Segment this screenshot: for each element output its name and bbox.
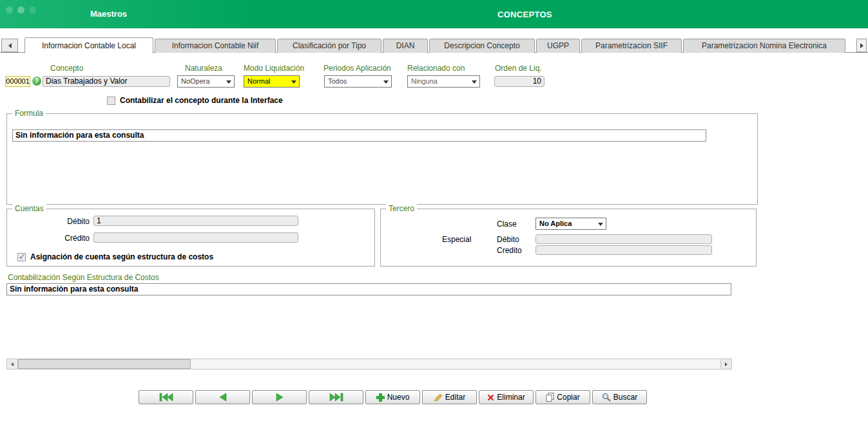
eliminar-button[interactable]: Eliminar bbox=[479, 390, 534, 404]
editar-button-label: Editar bbox=[445, 393, 465, 402]
tab-bar: Informacion Contable Local Informacion C… bbox=[24, 37, 847, 53]
tab-ugpp[interactable]: UGPP bbox=[536, 39, 580, 53]
last-record-button[interactable] bbox=[309, 390, 363, 404]
menu-section-label: Maestros bbox=[90, 9, 127, 19]
tab-parametrizacion-siif[interactable]: Parametrizacion SIIF bbox=[581, 39, 682, 53]
asignacion-estructura-costos-checkbox[interactable] bbox=[17, 253, 26, 261]
previous-record-icon bbox=[218, 393, 228, 402]
relacionado-con-select[interactable]: Ninguna bbox=[407, 75, 480, 88]
tab-descripcion-concepto[interactable]: Descripcion Concepto bbox=[429, 39, 535, 53]
editar-button[interactable]: Editar bbox=[422, 390, 477, 404]
tercero-clase-label: Clase bbox=[497, 220, 517, 229]
relacionado-con-value: Ninguna bbox=[411, 77, 438, 85]
buscar-button-label: Buscar bbox=[613, 393, 637, 402]
page-title: CONCEPTOS bbox=[497, 10, 552, 19]
cuentas-groupbox: Cuentas Débito 1 Crédito Asignación de c… bbox=[6, 209, 375, 267]
contabilizacion-title: Contabilización Según Estructura de Cost… bbox=[8, 273, 159, 282]
chevron-down-icon bbox=[383, 80, 389, 84]
chevron-right-icon bbox=[860, 43, 863, 48]
copiar-button[interactable]: Copiar bbox=[535, 390, 590, 404]
first-record-icon bbox=[159, 393, 174, 402]
formula-groupbox-title: Formula bbox=[12, 109, 46, 118]
periodos-aplicacion-label: Periodos Aplicación bbox=[323, 64, 391, 73]
copiar-button-label: Copiar bbox=[557, 393, 579, 402]
scrollbar-right-button[interactable] bbox=[720, 359, 731, 369]
search-icon bbox=[602, 393, 611, 402]
orden-liq-input[interactable]: 10 bbox=[494, 76, 545, 87]
chevron-down-icon bbox=[291, 80, 296, 84]
record-toolbar: Nuevo Editar Eliminar Copiar bbox=[139, 390, 647, 404]
chevron-down-icon bbox=[226, 80, 231, 84]
concepto-name-input[interactable]: Dias Trabajados y Valor bbox=[43, 76, 170, 87]
buscar-button[interactable]: Buscar bbox=[592, 390, 647, 404]
contabilizacion-field[interactable]: Sin información para esta consulta bbox=[6, 283, 731, 295]
help-icon[interactable] bbox=[32, 77, 41, 86]
last-record-icon bbox=[329, 393, 344, 402]
pencil-icon bbox=[434, 393, 443, 402]
app-window: Maestros CONCEPTOS Informacion Contable … bbox=[0, 0, 868, 421]
chevron-left-icon bbox=[8, 43, 12, 48]
first-record-button[interactable] bbox=[139, 390, 193, 404]
contabilizar-checkbox[interactable] bbox=[107, 97, 115, 105]
tab-dian[interactable]: DIAN bbox=[383, 39, 428, 53]
periodos-aplicacion-value: Todos bbox=[328, 77, 347, 85]
tercero-clase-value: No Aplica bbox=[539, 220, 572, 227]
modo-liquidacion-select[interactable]: Normal bbox=[244, 75, 300, 88]
window-dot-icon bbox=[6, 6, 13, 14]
tab-informacion-contable-niif[interactable]: Informacion Contable Niif bbox=[155, 39, 276, 53]
naturaleza-label: Naturaleza bbox=[185, 64, 222, 73]
chevron-down-icon bbox=[472, 80, 477, 84]
tab-parametrizacion-nomina-electronica[interactable]: Parametrizacion Nomina Electronica bbox=[683, 39, 845, 53]
chevron-down-icon bbox=[598, 223, 603, 226]
cuentas-debito-label: Débito bbox=[44, 217, 90, 226]
relacionado-con-label: Relacionado con bbox=[407, 64, 465, 73]
asignacion-estructura-costos-label: Asignación de cuenta según estructura de… bbox=[30, 252, 213, 261]
chevron-right-icon bbox=[725, 362, 728, 366]
cuentas-groupbox-title: Cuentas bbox=[12, 204, 46, 213]
periodos-aplicacion-select[interactable]: Todos bbox=[324, 75, 392, 88]
tercero-credito-input[interactable] bbox=[535, 245, 712, 255]
plus-icon bbox=[376, 393, 385, 402]
cuentas-debito-input[interactable]: 1 bbox=[93, 216, 298, 226]
formula-field[interactable]: Sin información para esta consulta bbox=[12, 129, 706, 142]
contabilizar-checkbox-label: Contabilizar el concepto durante la Inte… bbox=[120, 96, 283, 105]
naturaleza-select[interactable]: NoOpera bbox=[177, 75, 235, 88]
header-bar: Maestros CONCEPTOS bbox=[0, 0, 868, 28]
tab-scroll-left-button[interactable] bbox=[1, 39, 18, 52]
tab-scroll-right-button[interactable] bbox=[856, 39, 867, 52]
scrollbar-thumb[interactable] bbox=[18, 359, 191, 369]
tercero-groupbox-title: Tercero bbox=[386, 204, 417, 213]
tercero-especial-label: Especial bbox=[442, 235, 471, 244]
modo-liquidacion-label: Modo Liquidación bbox=[244, 64, 304, 73]
previous-record-button[interactable] bbox=[195, 390, 250, 404]
naturaleza-value: NoOpera bbox=[181, 77, 210, 85]
modo-liquidacion-value: Normal bbox=[247, 77, 270, 85]
eliminar-button-label: Eliminar bbox=[497, 393, 525, 402]
tercero-debito-label: Débito bbox=[497, 235, 519, 244]
nuevo-button-label: Nuevo bbox=[387, 393, 410, 402]
delete-x-icon bbox=[487, 394, 494, 401]
concepto-label: Concepto bbox=[50, 64, 83, 73]
copy-icon bbox=[546, 393, 554, 402]
tercero-clase-select[interactable]: No Aplica bbox=[535, 218, 606, 230]
window-dot-icon bbox=[29, 6, 36, 14]
chevron-left-icon bbox=[11, 362, 14, 366]
orden-liq-label: Orden de Liq. bbox=[495, 64, 542, 73]
nuevo-button[interactable]: Nuevo bbox=[365, 390, 420, 404]
window-dot-icon bbox=[17, 6, 24, 14]
formula-groupbox: Formula Sin información para esta consul… bbox=[6, 113, 758, 205]
concepto-code-field[interactable]: 000001 bbox=[5, 76, 30, 87]
tercero-groupbox: Tercero Clase No Aplica Especial Débito … bbox=[380, 209, 757, 267]
cuentas-credito-label: Crédito bbox=[44, 234, 90, 243]
scrollbar-left-button[interactable] bbox=[7, 359, 18, 369]
tab-clasificacion-por-tipo[interactable]: Clasificación por Tipo bbox=[277, 39, 381, 53]
cuentas-credito-input[interactable] bbox=[93, 232, 298, 243]
next-record-button[interactable] bbox=[252, 390, 307, 404]
tab-informacion-contable-local[interactable]: Informacion Contable Local bbox=[24, 37, 153, 53]
tercero-credito-label: Credito bbox=[497, 246, 522, 255]
horizontal-scrollbar[interactable] bbox=[6, 359, 732, 370]
tercero-debito-input[interactable] bbox=[535, 234, 712, 244]
next-record-icon bbox=[275, 393, 285, 402]
